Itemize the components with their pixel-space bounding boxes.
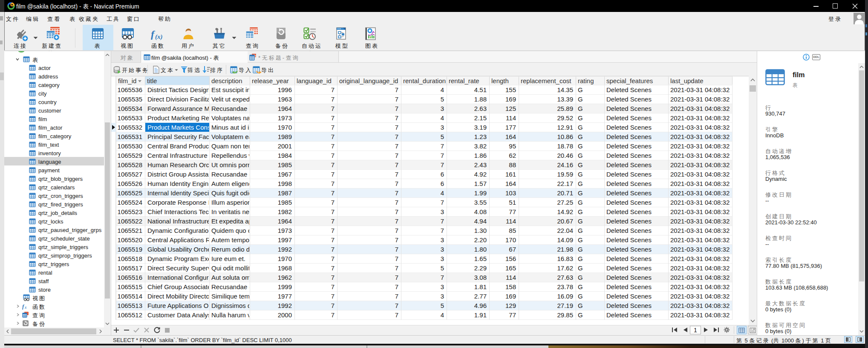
svg-text:(x): (x)	[155, 33, 163, 40]
svg-text:f: f	[151, 29, 155, 40]
svg-text:x: x	[24, 305, 27, 310]
